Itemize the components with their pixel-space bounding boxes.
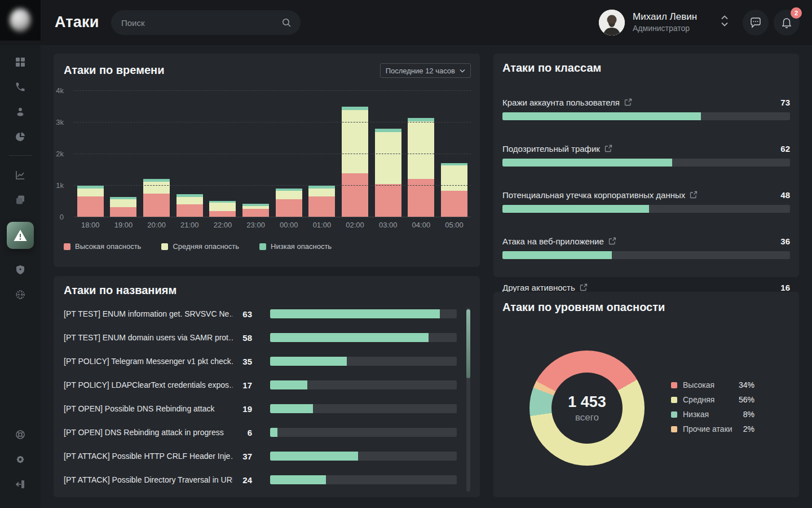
attack-name-bar-fill [270, 452, 358, 461]
attack-name-row[interactable]: [PT OPEN] DNS Rebinding attack in progre… [64, 421, 457, 444]
attack-name-row[interactable]: [PT TEST] ENUM domain users via SAMR pro… [64, 326, 457, 349]
class-item-header: Кражи аккаунта пользователя73 [502, 97, 790, 108]
time-chart-bar-segment [342, 110, 368, 173]
class-item-bar-fill [502, 112, 701, 120]
severity-legend-label: Средняя [683, 395, 714, 404]
class-item: Кражи аккаунта пользователя73 [502, 97, 790, 134]
sidebar-item-reports[interactable] [0, 124, 41, 149]
attack-name-row[interactable]: [PT TEST] ENUM information get. SRVSVC N… [64, 302, 457, 326]
class-item-bar-fill [502, 251, 612, 259]
search-box[interactable] [111, 10, 301, 35]
attack-name-row[interactable]: [PT POLICY] LDAPClearText credentials ex… [64, 373, 457, 397]
attack-name-row[interactable]: [PT ATTACK] Possible Directory Traversal… [64, 468, 457, 492]
class-item-label[interactable]: Подозрительный трафик [502, 144, 600, 154]
sidebar-item-analytics[interactable] [0, 163, 41, 187]
class-item-value: 16 [780, 283, 790, 292]
user-icon [15, 106, 26, 117]
attack-name-row[interactable]: [PT POLICY] Telegram Messenger v1 pkt ch… [64, 349, 457, 373]
time-chart-gridline [74, 185, 471, 186]
search-icon[interactable] [281, 17, 292, 28]
external-link-icon[interactable] [608, 237, 616, 245]
attack-name-bar-fill [270, 404, 313, 413]
shield-icon [15, 264, 26, 275]
time-chart-x-tick: 02:00 [339, 221, 372, 229]
sidebar-item-calls[interactable] [0, 75, 41, 99]
class-item-label[interactable]: Кражи аккаунта пользователя [502, 98, 620, 107]
line-chart-icon [15, 169, 26, 181]
time-chart-bar [110, 197, 136, 217]
time-chart-bar-segment [308, 196, 335, 217]
sidebar-item-settings[interactable] [0, 447, 41, 472]
sidebar-item-logout[interactable] [0, 472, 41, 497]
time-chart-y-tick: 4k [51, 86, 64, 95]
notifications-button[interactable]: 2 [774, 10, 800, 36]
user-info[interactable]: Михаил Левин Администратор [633, 11, 697, 34]
attack-name-label: [PT TEST] ENUM domain users via SAMR pro… [64, 333, 233, 342]
sidebar-item-events[interactable] [0, 187, 41, 212]
user-name: Михаил Левин [633, 11, 697, 23]
attack-name-label: [PT POLICY] Telegram Messenger v1 pkt ch… [64, 357, 233, 366]
attack-name-row[interactable]: [PT ATTACK] Possible HTTP CRLF Header In… [64, 444, 457, 468]
attack-name-bar-track [270, 380, 457, 389]
time-chart-bar [77, 186, 104, 217]
attack-name-value: 6 [233, 428, 261, 437]
severity-legend-row: Средняя56% [671, 392, 754, 407]
severity-legend-row: Высокая34% [671, 378, 754, 392]
time-panel-title: Атаки по времени [64, 64, 164, 77]
sidebar-item-users[interactable] [0, 99, 41, 124]
classes-panel-title: Атаки по классам [502, 62, 601, 75]
severity-total-value: 1 453 [568, 393, 606, 411]
severity-legend-pct: 2% [743, 424, 754, 433]
bell-icon [780, 16, 793, 29]
attack-name-bar-fill [270, 475, 326, 484]
time-chart-bar-segment [143, 194, 170, 217]
sidebar-item-attacks-active[interactable] [7, 222, 34, 249]
class-item-label[interactable]: Другая активность [502, 283, 575, 292]
severity-legend-label: Низкая [683, 410, 709, 419]
class-item-label[interactable]: Атака на веб-приложение [502, 237, 604, 246]
attack-name-value: 37 [233, 452, 261, 461]
class-item-header: Другая активность16 [502, 282, 790, 293]
time-range-dropdown[interactable]: Последние 12 часов [380, 63, 471, 78]
external-link-icon[interactable] [624, 98, 632, 106]
time-chart-bar [342, 107, 368, 217]
attack-name-row[interactable]: [PT OPEN] Possible DNS Rebinding attack1… [64, 397, 457, 421]
external-link-icon[interactable] [690, 191, 698, 199]
time-chart-bar-segment [77, 189, 104, 196]
class-item-header: Подозрительный трафик62 [502, 143, 790, 154]
legend-label: Средняя опасность [173, 242, 239, 251]
class-item-label[interactable]: Потенциальная утечка корпоративных данны… [502, 190, 685, 200]
sidebar-item-network[interactable] [0, 282, 41, 307]
sidebar-item-support[interactable] [0, 422, 41, 447]
attack-name-bar-track [270, 404, 457, 413]
severity-legend-label: Высокая [683, 380, 714, 389]
messages-button[interactable] [743, 10, 769, 36]
time-chart-bar [441, 163, 467, 217]
user-role: Администратор [633, 23, 697, 34]
user-menu-toggle[interactable] [720, 15, 730, 30]
severity-legend-swatch [671, 397, 677, 403]
names-panel-title: Атаки по названиям [64, 284, 176, 297]
class-item: Потенциальная утечка корпоративных данны… [502, 189, 790, 226]
time-chart-x-tick: 05:00 [438, 221, 471, 229]
attack-name-bar-track [270, 309, 457, 318]
avatar[interactable] [599, 10, 625, 36]
search-input[interactable] [121, 18, 281, 28]
external-link-icon[interactable] [580, 283, 588, 291]
names-scrollbar-track[interactable] [466, 308, 470, 492]
attack-name-label: [PT ATTACK] Possible Directory Traversal… [64, 475, 233, 484]
severity-legend-row: Низкая8% [671, 407, 754, 422]
attack-name-bar-track [270, 452, 457, 461]
severity-legend-pct: 34% [739, 380, 754, 389]
legend-swatch [64, 243, 70, 250]
sidebar-item-dashboard[interactable] [0, 50, 41, 75]
sidebar-item-protection[interactable] [0, 257, 41, 282]
names-scrollbar-thumb[interactable] [466, 309, 470, 378]
chevron-down-icon [721, 22, 728, 27]
external-link-icon[interactable] [604, 144, 612, 152]
class-item: Подозрительный трафик62 [502, 143, 790, 180]
support-icon [15, 429, 26, 440]
time-chart-bar [276, 189, 302, 217]
app-logo[interactable] [0, 0, 41, 41]
time-chart-plot: 4k3k2k1k0 [74, 90, 471, 217]
